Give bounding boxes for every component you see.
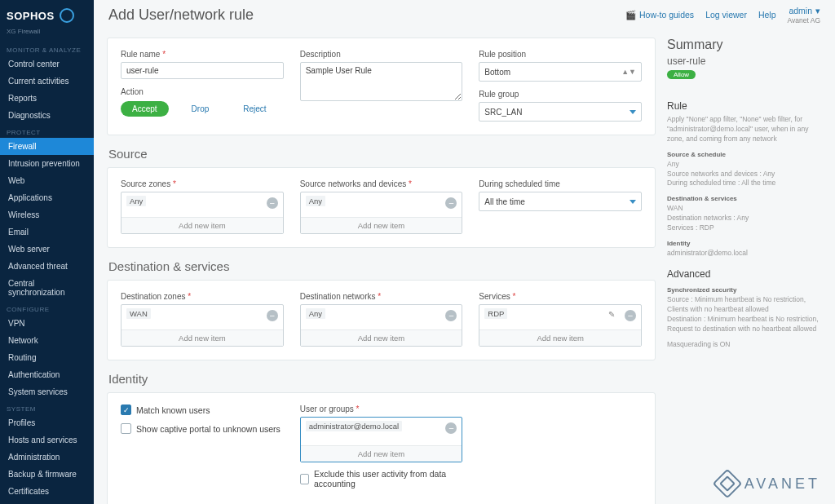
action-label: Action bbox=[121, 87, 284, 96]
source-heading: Source bbox=[108, 147, 654, 161]
chevron-down-icon bbox=[630, 110, 636, 114]
nav-wireless[interactable]: Wireless bbox=[0, 206, 94, 223]
video-icon: 🎬 bbox=[625, 10, 636, 20]
dest-heading: Destination & services bbox=[108, 259, 654, 273]
remove-icon[interactable]: − bbox=[445, 310, 457, 321]
nav-header-monitor: MONITOR & ANALYZE bbox=[0, 42, 94, 55]
description-label: Description bbox=[300, 50, 463, 59]
nav-central-sync[interactable]: Central synchronization bbox=[0, 275, 94, 301]
remove-icon[interactable]: − bbox=[445, 197, 457, 209]
top-links: 🎬How-to guides Log viewer Help admin ▾ A… bbox=[625, 6, 820, 24]
nav-advanced-threat[interactable]: Advanced threat bbox=[0, 258, 94, 275]
nav-header-system: SYSTEM bbox=[0, 400, 94, 414]
logo: SOPHOS bbox=[0, 0, 94, 28]
chevron-down-icon bbox=[630, 200, 636, 204]
action-accept[interactable]: Accept bbox=[121, 101, 169, 117]
captive-checkbox[interactable] bbox=[121, 423, 131, 434]
group-label: Rule group bbox=[479, 90, 642, 99]
nav-routing[interactable]: Routing bbox=[0, 349, 94, 366]
match-known-checkbox[interactable]: ✓ bbox=[121, 405, 131, 415]
group-select[interactable]: SRC_LAN bbox=[479, 102, 642, 122]
schedule-label: During scheduled time bbox=[479, 179, 642, 188]
nav-certificates[interactable]: Certificates bbox=[0, 483, 94, 500]
users-label: User or groups bbox=[300, 405, 463, 413]
brand-name: SOPHOS bbox=[7, 10, 55, 22]
source-panel: Source zones Any− Add new item Source ne… bbox=[107, 167, 656, 248]
log-viewer-link[interactable]: Log viewer bbox=[705, 10, 747, 20]
dest-zones-label: Destination zones bbox=[121, 292, 284, 301]
nav-control-center[interactable]: Control center bbox=[0, 55, 94, 73]
nav-administration[interactable]: Administration bbox=[0, 449, 94, 466]
description-input[interactable] bbox=[300, 62, 463, 101]
source-zones-label: Source zones bbox=[121, 179, 284, 188]
nav-email[interactable]: Email bbox=[0, 223, 94, 241]
dest-panel: Destination zones WAN− Add new item Dest… bbox=[107, 280, 656, 360]
admin-menu[interactable]: admin ▾ bbox=[789, 6, 820, 15]
brand-product: XG Firewall bbox=[0, 28, 94, 42]
remove-icon[interactable]: − bbox=[445, 422, 457, 434]
rule-name-input[interactable] bbox=[121, 62, 284, 79]
nav-backup-firmware[interactable]: Backup & firmware bbox=[0, 466, 94, 483]
nav-applications[interactable]: Applications bbox=[0, 189, 94, 206]
summary-rule-h: Rule bbox=[667, 100, 822, 112]
identity-panel: ✓Match known users Show captive portal t… bbox=[107, 392, 656, 504]
source-net-label: Source networks and devices bbox=[300, 179, 463, 188]
nav-network[interactable]: Network bbox=[0, 332, 94, 349]
add-user[interactable]: Add new item bbox=[301, 445, 462, 462]
exclude-checkbox[interactable] bbox=[300, 474, 309, 484]
howto-link[interactable]: 🎬How-to guides bbox=[625, 10, 694, 20]
summary-adv-h: Advanced bbox=[667, 268, 822, 280]
dest-net-label: Destination networks bbox=[300, 292, 463, 301]
help-link[interactable]: Help bbox=[758, 10, 776, 20]
nav-diagnostics[interactable]: Diagnostics bbox=[0, 107, 94, 124]
chevron-down-icon: ▾ bbox=[815, 6, 820, 15]
source-net-box[interactable]: Any− Add new item bbox=[300, 192, 463, 234]
identity-heading: Identity bbox=[108, 372, 654, 386]
add-dest-zone[interactable]: Add new item bbox=[121, 329, 283, 346]
remove-icon[interactable]: − bbox=[267, 197, 278, 209]
nav-vpn[interactable]: VPN bbox=[0, 315, 94, 332]
nav-firewall[interactable]: Firewall bbox=[0, 138, 94, 155]
page-title: Add User/network rule bbox=[108, 7, 254, 24]
topbar: Add User/network rule 🎬How-to guides Log… bbox=[94, 0, 835, 29]
nav-header-protect: PROTECT bbox=[0, 124, 94, 138]
nav-web[interactable]: Web bbox=[0, 172, 94, 189]
nav-profiles[interactable]: Profiles bbox=[0, 414, 94, 431]
brand-icon bbox=[60, 8, 74, 23]
add-service[interactable]: Add new item bbox=[479, 329, 641, 346]
summary-rule-name: user-rule bbox=[667, 55, 822, 67]
add-source-zone[interactable]: Add new item bbox=[121, 217, 283, 233]
nav-web-server[interactable]: Web server bbox=[0, 241, 94, 258]
remove-icon[interactable]: − bbox=[267, 310, 278, 321]
users-box[interactable]: administrator@demo.local− Add new item bbox=[300, 417, 463, 462]
nav-hosts-services[interactable]: Hosts and services bbox=[0, 431, 94, 449]
summary-heading: Summary bbox=[667, 38, 822, 52]
tenant-label: Avanet AG bbox=[788, 16, 820, 24]
rule-name-label: Rule name bbox=[121, 50, 284, 59]
nav-system-services[interactable]: System services bbox=[0, 383, 94, 400]
action-drop[interactable]: Drop bbox=[180, 101, 221, 117]
services-box[interactable]: RDP✎− Add new item bbox=[479, 304, 642, 347]
position-label: Rule position bbox=[479, 50, 642, 59]
watermark: AVANET bbox=[717, 473, 820, 494]
rule-basics-panel: Rule name Action Accept Drop Reject Desc… bbox=[107, 38, 656, 135]
summary-panel: Summary user-rule Allow Rule Apply "None… bbox=[667, 38, 822, 350]
remove-icon[interactable]: − bbox=[625, 310, 636, 321]
avanet-icon bbox=[712, 469, 742, 499]
nav-current-activities[interactable]: Current activities bbox=[0, 73, 94, 90]
edit-icon[interactable]: ✎ bbox=[608, 310, 620, 321]
position-select[interactable]: Bottom▲▼ bbox=[479, 62, 642, 82]
schedule-select[interactable]: All the time bbox=[479, 192, 642, 211]
add-source-net[interactable]: Add new item bbox=[301, 217, 462, 233]
nav-header-configure: CONFIGURE bbox=[0, 301, 94, 315]
dest-zones-box[interactable]: WAN− Add new item bbox=[121, 304, 284, 347]
nav-reports[interactable]: Reports bbox=[0, 90, 94, 107]
action-reject[interactable]: Reject bbox=[232, 101, 277, 117]
source-zones-box[interactable]: Any− Add new item bbox=[121, 192, 284, 234]
nav-intrusion[interactable]: Intrusion prevention bbox=[0, 155, 94, 172]
dest-net-box[interactable]: Any− Add new item bbox=[300, 304, 463, 347]
services-label: Services bbox=[479, 292, 642, 301]
add-dest-net[interactable]: Add new item bbox=[301, 329, 462, 346]
nav-authentication[interactable]: Authentication bbox=[0, 366, 94, 383]
sidebar: SOPHOS XG Firewall MONITOR & ANALYZE Con… bbox=[0, 0, 94, 504]
